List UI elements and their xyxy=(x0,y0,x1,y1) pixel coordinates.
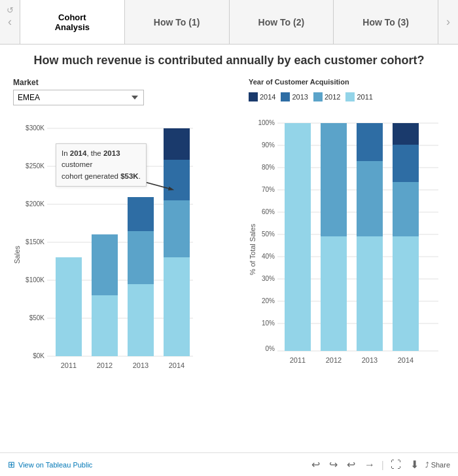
market-label: Market xyxy=(13,78,242,87)
legend-item-2013: 2013 xyxy=(281,92,308,101)
legend-label-2011: 2011 xyxy=(357,93,372,101)
bottom-icons: ↩ ↪ ↩ → | ⛶ ⬇ ⤴ Share xyxy=(309,457,450,472)
svg-text:2011: 2011 xyxy=(61,361,77,369)
svg-text:$100K: $100K xyxy=(26,276,44,284)
pct-bar-2012-2011 xyxy=(321,236,347,351)
tab-how-to-2[interactable]: How To (2) xyxy=(230,0,334,44)
svg-text:90%: 90% xyxy=(262,141,275,149)
market-select[interactable]: EMEA Americas APAC xyxy=(13,90,144,105)
svg-text:0%: 0% xyxy=(266,345,275,352)
bar-2012-2011 xyxy=(92,295,118,356)
legend-item-2014: 2014 xyxy=(249,92,275,101)
tooltip-line3: cohort generated $53K. xyxy=(62,171,141,182)
svg-text:2013: 2013 xyxy=(133,361,149,369)
right-bar-chart: % of Total Sales 100% 90% 80% 70% 60% 50… xyxy=(249,105,445,387)
chart-area: Market EMEA Americas APAC Sales $300K $2… xyxy=(13,78,445,392)
forward-button[interactable]: → xyxy=(362,458,378,472)
tableau-link[interactable]: ⊞ View on Tableau Public xyxy=(8,460,92,469)
tooltip-box: In 2014, the 2013 customer cohort genera… xyxy=(56,143,147,187)
legend-label-2013: 2013 xyxy=(292,93,308,101)
svg-text:$300K: $300K xyxy=(26,124,44,132)
tabs-container: Cohort Analysis How To (1) How To (2) Ho… xyxy=(20,0,438,44)
pct-bar-2014-2011 xyxy=(393,236,419,351)
bar-2013-2013 xyxy=(128,197,154,231)
legend-color-2014 xyxy=(249,92,258,101)
bar-2013-2011 xyxy=(128,284,154,356)
tableau-link-text: View on Tableau Public xyxy=(18,461,92,469)
svg-text:20%: 20% xyxy=(262,297,275,304)
svg-text:Sales: Sales xyxy=(13,246,21,264)
bar-2014-2011 xyxy=(164,257,190,356)
next-arrow[interactable]: › xyxy=(438,0,458,44)
svg-text:$50K: $50K xyxy=(29,314,45,321)
tab-how-to-1[interactable]: How To (1) xyxy=(125,0,230,44)
bottom-bar: ⊞ View on Tableau Public ↩ ↪ ↩ → | ⛶ ⬇ ⤴… xyxy=(0,452,458,476)
pct-bar-2011-2011 xyxy=(285,123,311,351)
pct-bar-2013-2012 xyxy=(357,161,383,236)
legend-label-2012: 2012 xyxy=(325,93,340,101)
svg-text:2012: 2012 xyxy=(97,361,113,369)
tableau-grid-icon: ⊞ xyxy=(8,460,15,469)
share-label: Share xyxy=(431,461,450,469)
legend-color-2013 xyxy=(281,92,290,101)
back-button[interactable]: ↩ xyxy=(344,457,358,472)
legend-label-2014: 2014 xyxy=(260,93,275,101)
share-icon: ⤴ xyxy=(425,461,429,469)
legend-color-2012 xyxy=(313,92,323,101)
page-title: How much revenue is contributed annually… xyxy=(13,52,445,69)
pct-bar-2014-2014 xyxy=(393,123,419,145)
pct-bar-2014-2012 xyxy=(393,182,419,236)
svg-text:10%: 10% xyxy=(262,320,275,327)
bar-2011-2011 xyxy=(56,257,82,356)
pct-bar-2013-2011 xyxy=(357,236,383,351)
tab-bar: ‹ Cohort Analysis How To (1) How To (2) … xyxy=(0,0,458,45)
legend-item-2012: 2012 xyxy=(313,92,340,101)
svg-text:30%: 30% xyxy=(262,275,275,282)
svg-text:2012: 2012 xyxy=(326,356,342,364)
svg-text:2014: 2014 xyxy=(398,356,414,364)
tab-cohort-analysis[interactable]: Cohort Analysis xyxy=(20,0,125,44)
svg-text:2014: 2014 xyxy=(169,361,185,369)
svg-text:70%: 70% xyxy=(262,186,275,193)
right-chart: Year of Customer Acquisition 2014 2013 2… xyxy=(249,78,445,387)
tab-how-to-3[interactable]: How To (3) xyxy=(334,0,438,44)
pct-bar-2012-2012 xyxy=(321,123,347,236)
bar-2014-2013 xyxy=(164,160,190,200)
legend-title: Year of Customer Acquisition xyxy=(249,78,445,86)
bar-2012-2012 xyxy=(92,234,118,295)
legend: Year of Customer Acquisition 2014 2013 2… xyxy=(249,78,445,101)
left-chart: Market EMEA Americas APAC Sales $300K $2… xyxy=(13,78,242,392)
svg-text:100%: 100% xyxy=(258,119,275,126)
svg-text:2011: 2011 xyxy=(290,356,306,364)
svg-text:40%: 40% xyxy=(262,253,275,260)
bar-2014-2014 xyxy=(164,128,190,160)
share-button[interactable]: ⤴ Share xyxy=(425,461,450,469)
bar-2013-2012 xyxy=(128,231,154,284)
legend-color-2011 xyxy=(345,92,355,101)
svg-text:$250K: $250K xyxy=(26,162,44,170)
main-content: How much revenue is contributed annually… xyxy=(0,45,458,397)
legend-item-2011: 2011 xyxy=(345,92,372,101)
svg-text:$0K: $0K xyxy=(33,352,44,359)
svg-text:$150K: $150K xyxy=(26,238,44,246)
tooltip-line1: In 2014, the 2013 xyxy=(62,148,141,159)
pct-bar-2014-2013 xyxy=(393,145,419,182)
bar-2014-2012 xyxy=(164,200,190,257)
redo-button[interactable]: ↪ xyxy=(326,457,340,472)
svg-text:80%: 80% xyxy=(262,164,275,171)
download-button[interactable]: ⬇ xyxy=(408,457,421,472)
fullscreen-button[interactable]: ⛶ xyxy=(388,458,404,472)
svg-text:2013: 2013 xyxy=(362,356,378,364)
svg-text:60%: 60% xyxy=(262,208,275,215)
pct-bar-2013-2013 xyxy=(357,123,383,161)
undo-button[interactable]: ↩ xyxy=(309,457,323,472)
tooltip-line2: customer xyxy=(62,159,141,170)
svg-text:$200K: $200K xyxy=(26,200,44,208)
reload-icon[interactable]: ↺ xyxy=(7,5,14,15)
svg-text:% of Total Sales: % of Total Sales xyxy=(249,223,256,275)
svg-text:50%: 50% xyxy=(262,230,275,238)
